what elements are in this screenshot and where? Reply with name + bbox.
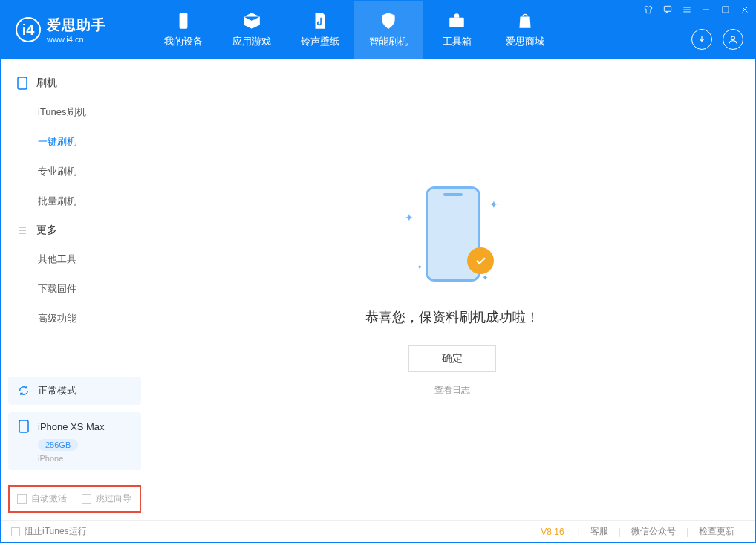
shield-refresh-icon [379, 11, 398, 30]
auto-activate-checkbox[interactable]: 自动激活 [17, 492, 67, 505]
sparkle-icon: ✦ [405, 212, 414, 224]
svg-rect-4 [723, 7, 729, 13]
music-file-icon [310, 11, 330, 30]
shopping-bag-icon [515, 11, 535, 30]
sidebar-item-advanced[interactable]: 高级功能 [1, 304, 149, 334]
sidebar-item-download-firmware[interactable]: 下载固件 [1, 274, 149, 304]
tab-label: 爱思商城 [506, 35, 544, 48]
phone-outline-icon [16, 77, 29, 90]
group-title-label: 更多 [36, 224, 57, 237]
flash-options-row: 自动激活 跳过向导 [8, 485, 141, 513]
window-controls [642, 4, 751, 16]
tab-store[interactable]: 爱思商城 [491, 1, 559, 59]
feedback-icon[interactable] [662, 4, 674, 16]
checkbox-icon [82, 494, 91, 504]
svg-point-2 [731, 36, 735, 40]
main-content: ✦ ✦ ✦ ✦ 恭喜您，保资料刷机成功啦！ 确定 查看日志 [149, 59, 755, 520]
skip-guide-checkbox[interactable]: 跳过向导 [82, 492, 131, 505]
app-header: i4 爱思助手 www.i4.cn 我的设备 应用游戏 铃声壁纸 智能刷机 工具… [1, 1, 755, 59]
success-message: 恭喜您，保资料刷机成功啦！ [365, 308, 539, 326]
skin-icon[interactable] [642, 4, 654, 16]
sidebar-item-batch-flash[interactable]: 批量刷机 [1, 186, 149, 216]
version-label: V8.16 [541, 527, 564, 537]
device-type: iPhone [38, 454, 132, 463]
sparkle-icon: ✦ [482, 273, 488, 282]
close-button[interactable] [739, 4, 751, 16]
app-title: 爱思助手 [47, 16, 106, 35]
ok-button[interactable]: 确定 [408, 345, 496, 372]
svg-rect-5 [18, 77, 27, 89]
svg-rect-3 [664, 6, 671, 11]
header-actions [691, 29, 743, 50]
sidebar-content: 刷机 iTunes刷机 一键刷机 专业刷机 批量刷机 更多 其他工具 下载固件 … [1, 59, 149, 369]
tab-label: 工具箱 [443, 35, 472, 48]
footer-link-update[interactable]: 检查更新 [688, 525, 745, 538]
status-bar: 阻止iTunes运行 V8.16 | 客服 | 微信公众号 | 检查更新 [1, 520, 755, 542]
svg-rect-0 [180, 13, 188, 29]
list-icon [16, 224, 29, 237]
tab-label: 我的设备 [164, 35, 203, 48]
device-mode-box[interactable]: 正常模式 [8, 377, 141, 405]
tab-toolbox[interactable]: 工具箱 [423, 1, 491, 59]
tab-apps-games[interactable]: 应用游戏 [218, 1, 286, 59]
maximize-button[interactable] [720, 4, 731, 16]
sidebar-bottom: 正常模式 iPhone XS Max 256GB iPhone [1, 369, 149, 478]
device-icon [17, 420, 30, 433]
device-name: iPhone XS Max [38, 421, 105, 432]
phone-icon [174, 11, 193, 30]
account-button[interactable] [723, 29, 743, 50]
minimize-button[interactable] [700, 4, 712, 16]
checkbox-label: 跳过向导 [96, 492, 131, 505]
footer-right: V8.16 | 客服 | 微信公众号 | 检查更新 [541, 525, 745, 538]
sidebar-group-flash: 刷机 [1, 69, 149, 97]
sidebar-item-oneclick-flash[interactable]: 一键刷机 [1, 127, 149, 157]
tab-my-device[interactable]: 我的设备 [149, 1, 218, 59]
svg-rect-1 [449, 18, 464, 27]
sidebar-item-itunes-flash[interactable]: iTunes刷机 [1, 97, 149, 127]
sync-icon [17, 384, 30, 397]
tab-label: 铃声壁纸 [301, 35, 339, 48]
app-logo-icon: i4 [16, 17, 41, 42]
mode-label: 正常模式 [38, 384, 76, 397]
sidebar-item-other-tools[interactable]: 其他工具 [1, 244, 149, 274]
logo-area: i4 爱思助手 www.i4.cn [1, 16, 149, 44]
footer-link-wechat[interactable]: 微信公众号 [621, 525, 686, 538]
svg-rect-6 [19, 420, 28, 432]
menu-icon[interactable] [681, 4, 693, 16]
group-title-label: 刷机 [36, 77, 57, 90]
app-body: 刷机 iTunes刷机 一键刷机 专业刷机 批量刷机 更多 其他工具 下载固件 … [1, 59, 755, 520]
tab-label: 智能刷机 [369, 35, 408, 48]
device-storage-badge: 256GB [38, 439, 78, 451]
checkbox-label: 自动激活 [31, 492, 67, 505]
device-info-box[interactable]: iPhone XS Max 256GB iPhone [8, 412, 141, 470]
cube-icon [242, 11, 261, 30]
sidebar-item-pro-flash[interactable]: 专业刷机 [1, 157, 149, 186]
sidebar-group-more: 更多 [1, 216, 149, 244]
tab-label: 应用游戏 [232, 35, 271, 48]
view-log-link[interactable]: 查看日志 [434, 384, 470, 397]
sparkle-icon: ✦ [417, 263, 423, 271]
nav-tabs: 我的设备 应用游戏 铃声壁纸 智能刷机 工具箱 爱思商城 [149, 1, 559, 59]
download-button[interactable] [691, 29, 712, 50]
logo-text: 爱思助手 www.i4.cn [47, 16, 106, 44]
sparkle-icon: ✦ [489, 198, 498, 210]
checkbox-icon [17, 494, 27, 504]
block-itunes-checkbox[interactable]: 阻止iTunes运行 [11, 525, 87, 538]
sidebar: 刷机 iTunes刷机 一键刷机 专业刷机 批量刷机 更多 其他工具 下载固件 … [1, 59, 149, 520]
success-illustration: ✦ ✦ ✦ ✦ [408, 182, 497, 286]
checkbox-label: 阻止iTunes运行 [25, 525, 87, 538]
app-subtitle: www.i4.cn [47, 35, 106, 44]
tab-smart-flash[interactable]: 智能刷机 [354, 1, 423, 59]
checkbox-icon [11, 527, 20, 536]
toolbox-icon [447, 11, 466, 30]
tab-ringtones-wallpapers[interactable]: 铃声壁纸 [286, 1, 354, 59]
footer-link-support[interactable]: 客服 [580, 525, 619, 538]
check-badge-icon [467, 247, 494, 274]
